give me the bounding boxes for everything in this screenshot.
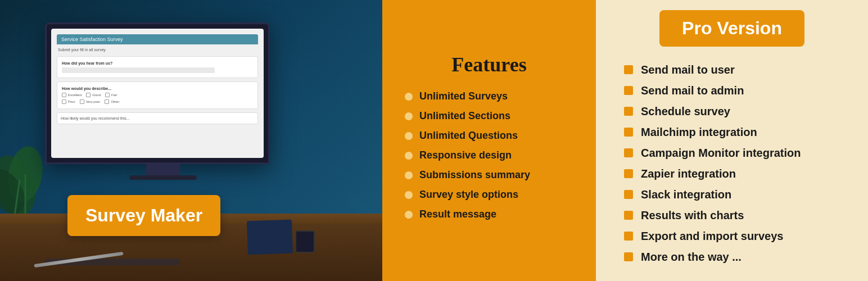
feature-label-6: Survey style options [419, 189, 518, 201]
monitor-container: Service Satisfaction Survey Submit your … [45, 22, 281, 180]
pro-bullet-1 [624, 65, 633, 74]
form-section-3: How likely would you recommend this... [57, 112, 258, 124]
pro-label-3: Schedule survey [641, 105, 730, 118]
feature-bullet-6 [405, 191, 413, 199]
feature-bullet-5 [405, 171, 413, 179]
pro-item-6: Zapier integration [624, 167, 840, 180]
form-subtitle: Submit your fill in all survey [57, 48, 258, 52]
form-section-1: How did you hear from us? [57, 56, 258, 78]
pro-bullet-10 [624, 252, 633, 261]
checkbox-item-5: Very poor [80, 99, 101, 104]
form-input-1 [62, 67, 215, 73]
checkbox-box-3 [105, 93, 110, 97]
checkbox-label-1: Excellent [68, 93, 82, 97]
feature-label-5: Submissions summary [419, 169, 530, 181]
checkbox-item-4: Poor [62, 99, 75, 104]
pro-item-1: Send mail to user [624, 64, 840, 76]
feature-bullet-7 [405, 211, 413, 219]
form-label-1: How did you hear from us? [62, 61, 253, 65]
pro-bullet-2 [624, 86, 633, 95]
pro-bullet-4 [624, 128, 633, 137]
pro-list: Send mail to user Send mail to admin Sch… [624, 64, 840, 271]
checkbox-item-3: Fair [105, 93, 117, 97]
form-section-2: How would you describe... Excellent Good [57, 81, 258, 109]
feature-item-1: Unlimited Surveys [405, 90, 573, 102]
pro-item-7: Slack integration [624, 188, 840, 201]
pro-bullet-6 [624, 169, 633, 178]
checkbox-row: Excellent Good Fair [62, 93, 253, 97]
form-text-line: How likely would you recommend this... [61, 116, 254, 120]
feature-item-3: Unlimited Questions [405, 130, 573, 142]
checkbox-label-6: Other [111, 100, 119, 103]
pro-label-5: Campaign Monitor integration [641, 147, 801, 160]
checkbox-box-5 [80, 99, 84, 104]
clock [295, 230, 315, 253]
checkbox-label-4: Poor [68, 100, 75, 103]
feature-item-5: Submissions summary [405, 169, 573, 181]
features-title: Features [451, 53, 526, 76]
pro-version-panel: Pro Version Send mail to user Send mail … [596, 0, 868, 281]
feature-label-4: Responsive design [419, 149, 512, 161]
checkbox-label-2: Good [92, 93, 101, 97]
feature-label-2: Unlimited Sections [419, 110, 510, 122]
pro-item-9: Export and import surveys [624, 230, 840, 243]
left-panel: Service Satisfaction Survey Submit your … [0, 0, 382, 281]
notebook [247, 220, 293, 255]
feature-item-6: Survey style options [405, 189, 573, 201]
survey-maker-label: Survey Maker [67, 195, 220, 236]
features-panel: Features Unlimited Surveys Unlimited Sec… [382, 0, 596, 281]
feature-label-7: Result message [419, 209, 496, 220]
feature-bullet-2 [405, 112, 413, 120]
feature-label-1: Unlimited Surveys [419, 90, 508, 102]
checkbox-box-6 [105, 99, 109, 104]
monitor-screen: Service Satisfaction Survey Submit your … [51, 29, 264, 158]
checkbox-item-6: Other [105, 99, 119, 104]
checkbox-label-3: Fair [111, 93, 117, 97]
checkbox-box-4 [62, 99, 66, 104]
pro-item-10: More on the way ... [624, 251, 840, 264]
pro-bullet-5 [624, 148, 633, 157]
checkbox-box-1 [62, 93, 66, 97]
checkbox-row-2: Poor Very poor Other [62, 99, 253, 104]
pro-label-10: More on the way ... [641, 251, 742, 264]
monitor-base [129, 175, 197, 180]
pro-label-8: Results with charts [641, 209, 744, 222]
checkbox-item-2: Good [86, 93, 101, 97]
pro-label-1: Send mail to user [641, 64, 735, 76]
form-title: Service Satisfaction Survey [57, 34, 258, 44]
pro-item-8: Results with charts [624, 209, 840, 222]
feature-item-4: Responsive design [405, 149, 573, 161]
pro-item-5: Campaign Monitor integration [624, 147, 840, 160]
monitor-stand [146, 164, 180, 175]
feature-bullet-1 [405, 93, 413, 101]
pro-item-3: Schedule survey [624, 105, 840, 118]
monitor: Service Satisfaction Survey Submit your … [45, 22, 270, 164]
features-list: Unlimited Surveys Unlimited Sections Unl… [405, 90, 573, 228]
pro-bullet-8 [624, 211, 633, 220]
pro-item-2: Send mail to admin [624, 84, 840, 97]
pro-label-7: Slack integration [641, 188, 731, 201]
pro-label-6: Zapier integration [641, 167, 736, 180]
checkbox-box-2 [86, 93, 91, 97]
pro-label-9: Export and import surveys [641, 230, 783, 243]
form-label-2: How would you describe... [62, 87, 253, 90]
pro-label-2: Send mail to admin [641, 84, 744, 97]
feature-item-2: Unlimited Sections [405, 110, 573, 122]
pro-label-4: Mailchimp integration [641, 126, 757, 139]
feature-bullet-4 [405, 152, 413, 160]
pro-bullet-3 [624, 107, 633, 116]
pro-bullet-7 [624, 190, 633, 199]
pro-item-4: Mailchimp integration [624, 126, 840, 139]
checkbox-label-5: Very poor [86, 100, 101, 103]
pro-bullet-9 [624, 232, 633, 241]
feature-label-3: Unlimited Questions [419, 130, 518, 142]
feature-item-7: Result message [405, 209, 573, 220]
feature-bullet-3 [405, 132, 413, 140]
pro-version-badge: Pro Version [659, 10, 804, 47]
checkbox-item-1: Excellent [62, 93, 82, 97]
